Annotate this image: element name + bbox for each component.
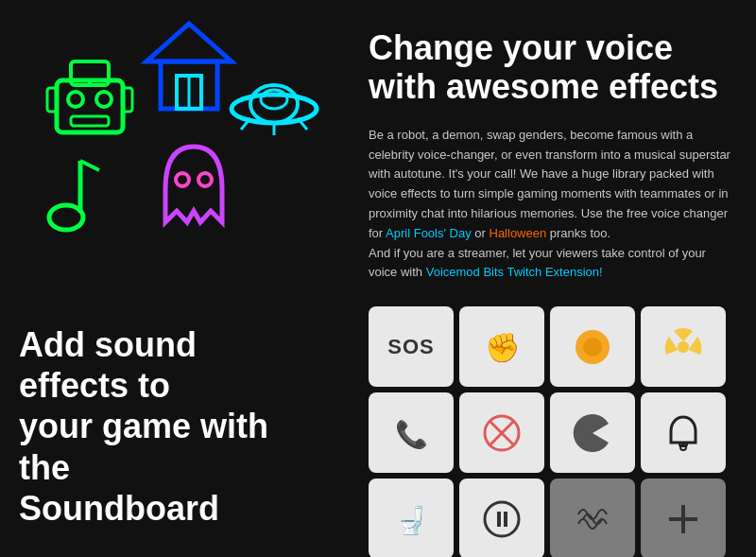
ghost-icon [146,132,241,240]
sound-tile-plus[interactable] [641,479,726,557]
halloween-link[interactable]: Halloween [490,226,547,240]
soundboard-section: Add sound effects to your game with the … [19,324,302,529]
soundboard-heading: Add sound effects to your game with the … [19,324,302,529]
svg-rect-7 [123,88,132,112]
svg-rect-5 [71,116,109,126]
sos-label: SOS [387,335,434,359]
sound-tile-orange-circle[interactable] [550,306,635,387]
svg-point-26 [198,173,212,186]
radiation-icon [660,323,707,371]
svg-point-29 [583,338,602,357]
svg-line-23 [80,161,99,170]
bell-icon [660,409,707,457]
svg-rect-42 [497,512,501,527]
robot-icon [43,52,137,150]
page-wrapper: Add sound effects to your game with the … [0,0,756,557]
description-text: Be a robot, a demon, swap genders, becom… [369,126,737,283]
sound-tile-phone[interactable]: 📞 [369,392,454,473]
sound-tile-squiggle[interactable] [550,479,635,557]
svg-point-24 [49,205,83,230]
svg-rect-6 [47,88,57,112]
toilet-icon: 🚽 [387,496,435,543]
crossout-icon [478,409,525,457]
svg-point-4 [96,92,112,107]
plus-icon [660,496,707,543]
sound-tile-sos[interactable]: SOS [369,306,454,387]
music-note-icon [28,147,109,245]
april-fools-link[interactable]: April Fools' Day [386,226,472,240]
fist-icon: ✊ [478,323,525,371]
sound-tile-play[interactable] [459,479,544,557]
sound-grid: SOS ✊ [369,306,737,557]
svg-text:✊: ✊ [485,331,521,365]
sound-tile-crossout[interactable] [459,392,544,473]
sound-tile-bell[interactable] [641,392,726,473]
play-icon [478,496,525,543]
icons-area [0,0,350,293]
sound-tile-pac[interactable] [550,392,635,473]
svg-marker-9 [146,24,232,61]
sound-tile-radiation[interactable] [641,306,726,387]
twitch-link[interactable]: Voicemod Bits Twitch Extension! [426,265,603,279]
svg-text:🚽: 🚽 [395,505,428,536]
ufo-icon [222,61,326,141]
sound-tile-toilet[interactable]: 🚽 [369,479,454,557]
squiggle-icon [569,496,616,543]
sound-tile-fist[interactable]: ✊ [459,306,544,387]
svg-rect-43 [504,512,507,527]
right-panel: Change your voice with awesome effects B… [350,0,756,557]
svg-point-36 [594,422,600,427]
svg-point-25 [176,173,189,186]
svg-marker-13 [146,24,232,61]
orange-circle-icon [569,323,616,371]
svg-point-31 [678,341,689,353]
svg-point-41 [485,502,519,536]
phone-icon: 📞 [387,409,435,457]
main-heading: Change your voice with awesome effects [369,28,737,107]
left-panel: Add sound effects to your game with the … [0,0,350,557]
svg-point-3 [68,92,83,107]
pac-icon [569,409,616,457]
svg-text:📞: 📞 [395,419,428,450]
